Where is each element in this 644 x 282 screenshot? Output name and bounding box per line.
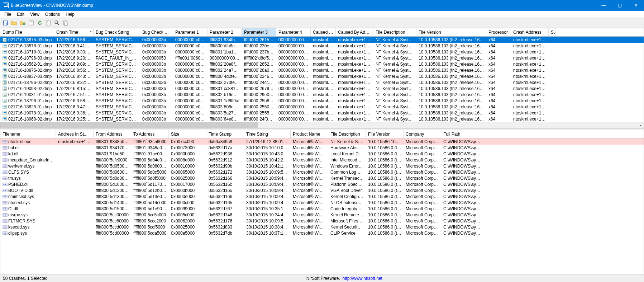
folder-advanced-icon[interactable] [19, 19, 27, 27]
menu-view[interactable]: View [27, 11, 42, 18]
column-header[interactable]: Product Name [291, 130, 328, 138]
table-row[interactable]: 021716-18875-02.dmp17/2/2016 8:56:15 ...… [0, 67, 644, 73]
column-header[interactable]: Caused By Address [336, 28, 373, 36]
properties-icon[interactable] [27, 19, 35, 27]
cell: Microsoft® Wind... [291, 145, 328, 150]
table-row[interactable]: 021716-18796-01.dmp17/2/2016 3:58:14 ...… [0, 98, 644, 104]
table-row[interactable]: 021716-18937-03.dmp17/2/2016 8:43:11 ...… [0, 73, 644, 79]
table-row[interactable]: ntoskrnl.exentoskrnl.exe+14cfe9fffff801`… [0, 138, 644, 145]
column-header[interactable]: Processor [486, 28, 511, 36]
scroll-right-icon[interactable]: ► [638, 122, 644, 128]
cell: Platform Specific ... [328, 182, 366, 187]
column-header[interactable]: Company [404, 130, 441, 138]
maximize-button[interactable]: ▢ [612, 0, 628, 11]
svg-rect-34 [4, 59, 6, 59]
column-header[interactable]: Dump File [0, 28, 54, 36]
table-row[interactable]: 021716-18828-01.dmp17/2/2016 3:47:24 ...… [0, 104, 644, 110]
table-row[interactable]: CLFS.SYSfffff800`5d060000fffff800`5d0c50… [0, 169, 644, 175]
column-header[interactable]: Parameter 3 [242, 28, 276, 36]
save-icon[interactable] [1, 19, 9, 27]
cell: 00000000`c00000... [173, 92, 207, 97]
table-row[interactable]: 021716-18968-02.dmp17/2/2016 3:25:43 ...… [0, 116, 644, 122]
column-header[interactable]: Crash Address [511, 28, 549, 36]
column-header[interactable]: Time Stamp [206, 130, 244, 138]
table-row[interactable]: PSHED.dllfffff800`5d100000fffff800`5d117… [0, 181, 644, 187]
cell: 00000000`000000... [276, 37, 311, 42]
column-header[interactable]: Full Path [441, 130, 484, 138]
cell: 17/2/2016 3:58:14 ... [54, 98, 94, 103]
column-header[interactable]: File Version [366, 130, 404, 138]
column-header[interactable]: To Address [131, 130, 169, 138]
column-header[interactable]: Crash Time [54, 28, 94, 36]
column-header[interactable]: Bug Check String [94, 28, 140, 36]
cell: ntoskrnl.exe [311, 68, 336, 73]
table-row[interactable]: CI.dllfffff800`5d150000fffff800`5d1e9000… [0, 206, 644, 212]
table-row[interactable]: 021716-19078-01.dmp17/2/2016 3:36:34 ...… [0, 110, 644, 116]
column-header[interactable]: File Version [416, 28, 486, 36]
table-row[interactable]: 021716-18562-01.dmp17/2/2016 9:09:09 ...… [0, 61, 644, 67]
find-icon[interactable] [53, 19, 61, 27]
table-row[interactable]: 021716-18875-03.dmp17/2/2016 9:56:47 ...… [0, 37, 644, 43]
table-row[interactable]: hal.dllfffff801`93417000fffff801`9348a00… [0, 145, 644, 151]
column-header[interactable]: Bug Check Code [140, 28, 173, 36]
vendor-link[interactable]: http://www.nirsoft.net [343, 276, 382, 281]
table-row[interactable]: clipsp.sysfffff800`5cd00000fffff800`5cda… [0, 230, 644, 236]
table-row[interactable]: werkernel.sysfffff800`5d050000fffff800`5… [0, 163, 644, 169]
dump-list-rows[interactable]: 021716-18875-03.dmp17/2/2016 9:56:47 ...… [0, 37, 644, 122]
table-row[interactable]: 021716-18578-01.dmp17/2/2016 9:41:35 ...… [0, 43, 644, 49]
table-row[interactable]: 021716-18796-03.dmp17/2/2016 9:20:02 ...… [0, 55, 644, 61]
table-row[interactable]: BOOTVID.dllfffff800`5d120000fffff800`5d1… [0, 187, 644, 193]
column-header[interactable]: Filename [0, 130, 56, 138]
table-row[interactable]: tm.sysfffff800`5d0d0000fffff800`5d0f5000… [0, 175, 644, 181]
column-header[interactable]: Address In St... [56, 130, 94, 138]
menu-file[interactable]: File [1, 11, 14, 18]
cell: 10.0.10586.103 (th2_release.160126-1819) [416, 98, 486, 103]
cell: ffffd000`26156720 [242, 37, 276, 42]
cell: 021716-18875-02.dmp [0, 68, 54, 73]
table-row[interactable]: ntosext.sysfffff800`5d140000fffff800`5d1… [0, 199, 644, 206]
table-row[interactable]: kd.dllfffff801`91bd5000fffff801`91be0000… [0, 151, 644, 157]
table-row[interactable]: msrpc.sysfffff800`5cc00000fffff800`5cc5c… [0, 212, 644, 218]
cell: 0x56a849a9 [206, 139, 244, 144]
svg-point-93 [4, 160, 5, 161]
close-button[interactable]: ✕ [628, 0, 644, 11]
table-row[interactable]: 021716-18796-02.dmp17/2/2016 8:32:18 ...… [0, 79, 644, 85]
column-header[interactable]: Parameter 2 [207, 28, 242, 36]
cell: 021716-18718-01.dmp [0, 50, 54, 55]
scroll-thumb[interactable] [0, 122, 258, 128]
table-row[interactable]: 021716-19093-02.dmp17/2/2016 8:15:37 ...… [0, 85, 644, 91]
column-header[interactable]: File Description [373, 28, 416, 36]
column-header[interactable]: Time String [244, 130, 291, 138]
table-row[interactable]: cmimcext.sysfffff800`5d130000fffff800`5d… [0, 193, 644, 199]
svg-point-90 [4, 154, 5, 155]
minimize-button[interactable]: — [596, 0, 612, 11]
open-folder-icon[interactable] [10, 19, 18, 27]
column-header[interactable]: Size [169, 130, 206, 138]
horizontal-scrollbar[interactable]: ◄ ► [0, 122, 644, 128]
table-row[interactable]: mcupdate_GenuineIntel.dllfffff800`5cfc00… [0, 157, 644, 163]
column-header[interactable]: Parameter 4 [276, 28, 311, 36]
menu-help[interactable]: Help [63, 11, 77, 18]
column-header[interactable]: Parameter 1 [173, 28, 207, 36]
column-header[interactable]: S [549, 28, 556, 36]
column-header[interactable]: Caused By ... [311, 28, 336, 36]
cell: ntoskrnl.exe [311, 74, 336, 79]
copy-icon[interactable] [62, 19, 70, 27]
cell: 10.0.10586.103 (th2_release.160126-1819) [416, 68, 486, 73]
column-header[interactable]: File Description [328, 130, 366, 138]
table-row[interactable]: 021716-18718-01.dmp17/2/2016 9:30:48 ...… [0, 49, 644, 55]
menu-options[interactable]: Options [42, 11, 63, 18]
refresh-icon[interactable] [36, 19, 44, 27]
options-icon[interactable] [44, 19, 52, 27]
table-row[interactable]: 021716-19031-01.dmp17/2/2016 7:51:41 ...… [0, 91, 644, 98]
table-row[interactable]: FLTMGR.SYSfffff800`5cc60000fffff800`5ccc… [0, 218, 644, 224]
cell: ntoskrnl.exe+142480 [336, 86, 373, 91]
module-list-rows[interactable]: ntoskrnl.exentoskrnl.exe+14cfe9fffff801`… [0, 138, 644, 274]
cell: Microsoft Corpora... [404, 194, 441, 199]
menu-edit[interactable]: Edit [14, 11, 27, 18]
cell: ntoskrnl.exe+142480 [511, 111, 549, 116]
file-icon [3, 176, 8, 180]
table-row[interactable]: ksecdd.sysfffff800`5ccd0000fffff800`5ccf… [0, 224, 644, 230]
column-header[interactable]: From Address [94, 130, 131, 138]
cell: 0x5632d166 [206, 176, 244, 181]
